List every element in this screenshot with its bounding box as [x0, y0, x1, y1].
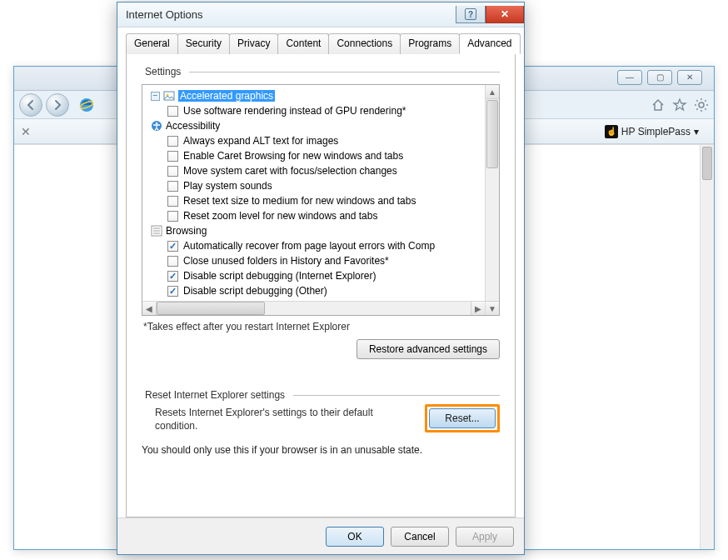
- dialog-footer: OK Cancel Apply: [117, 518, 524, 554]
- forward-button[interactable]: [46, 93, 69, 117]
- gear-icon[interactable]: [694, 98, 709, 112]
- svg-line-10: [705, 100, 706, 101]
- category-label: Accelerated graphics: [178, 88, 275, 103]
- tree-item-label: Disable script debugging (Other): [183, 283, 327, 298]
- category-icon: [151, 120, 162, 132]
- checkbox[interactable]: [167, 151, 178, 162]
- checkbox[interactable]: [167, 136, 178, 147]
- simplepass-label: HP SimplePass: [621, 126, 691, 138]
- tree-item-label: Always expand ALT text for images: [183, 133, 338, 148]
- tree-item-label: Reset zoom level for new windows and tab…: [183, 208, 377, 223]
- internet-options-dialog: Internet Options ? ✕ GeneralSecurityPriv…: [117, 2, 525, 555]
- tree-item-label: Reset text size to medium for new window…: [183, 193, 416, 208]
- tree-item-label: Enable Caret Browsing for new windows an…: [183, 148, 403, 163]
- tree-item[interactable]: Always expand ALT text for images: [147, 133, 485, 148]
- reset-fieldset: Reset Internet Explorer settings Resets …: [142, 389, 500, 456]
- simplepass-toolbar[interactable]: ☝ HP SimplePass ▾: [598, 122, 706, 141]
- checkbox[interactable]: [167, 196, 178, 207]
- simplepass-icon: ☝: [605, 125, 618, 138]
- tree-horizontal-scrollbar[interactable]: ◀ ▶: [142, 301, 485, 315]
- tab-connections[interactable]: Connections: [328, 33, 401, 54]
- checkbox[interactable]: [167, 256, 178, 267]
- ok-button[interactable]: OK: [326, 527, 384, 547]
- svg-point-14: [156, 122, 158, 125]
- checkbox[interactable]: [167, 166, 178, 177]
- tab-programs[interactable]: Programs: [400, 33, 460, 54]
- tree-item[interactable]: Disable script debugging (Internet Explo…: [147, 268, 485, 283]
- tree-vscroll-thumb[interactable]: [486, 100, 498, 168]
- tree-hscroll-thumb[interactable]: [157, 302, 265, 315]
- chevron-down-icon: ▾: [694, 126, 699, 138]
- tree-item-label: Move system caret with focus/selection c…: [183, 163, 397, 178]
- cancel-button[interactable]: Cancel: [391, 527, 449, 547]
- tree-item[interactable]: Close unused folders in History and Favo…: [147, 253, 485, 268]
- home-icon[interactable]: [651, 98, 666, 112]
- checkbox[interactable]: [167, 286, 178, 297]
- svg-rect-11: [164, 92, 174, 100]
- ie-logo-icon: [77, 96, 96, 114]
- back-button[interactable]: [19, 93, 42, 117]
- tab-privacy[interactable]: Privacy: [229, 33, 278, 54]
- arrow-left-icon: [25, 99, 37, 111]
- tab-security[interactable]: Security: [177, 33, 230, 54]
- dialog-title: Internet Options: [126, 8, 203, 21]
- checkbox[interactable]: [167, 106, 178, 117]
- checkbox[interactable]: [167, 181, 178, 192]
- tree-item[interactable]: Use software rendering instead of GPU re…: [147, 103, 485, 118]
- browser-scrollbar[interactable]: [700, 145, 714, 549]
- scroll-down-arrow[interactable]: ▼: [486, 301, 499, 315]
- category-label: Browsing: [166, 223, 207, 238]
- dialog-tabs: GeneralSecurityPrivacyContentConnections…: [126, 32, 516, 54]
- tree-category[interactable]: Accessibility: [147, 118, 485, 133]
- svg-point-2: [699, 102, 704, 108]
- reset-warning: You should only use this if your browser…: [142, 444, 500, 456]
- tab-advanced[interactable]: Advanced: [459, 33, 520, 54]
- restore-advanced-settings-button[interactable]: Restore advanced settings: [357, 339, 500, 359]
- minimize-button[interactable]: —: [617, 70, 642, 85]
- tree-item-label: Play system sounds: [183, 178, 272, 193]
- scroll-left-arrow[interactable]: ◀: [142, 302, 157, 315]
- checkbox[interactable]: [167, 211, 178, 222]
- settings-tree: −Accelerated graphicsUse software render…: [142, 84, 500, 316]
- tree-item[interactable]: Automatically recover from page layout e…: [147, 238, 485, 253]
- tab-content[interactable]: Content: [277, 33, 329, 54]
- tree-category[interactable]: Browsing: [147, 223, 485, 238]
- tree-item[interactable]: Reset text size to medium for new window…: [147, 193, 485, 208]
- checkbox[interactable]: [167, 241, 178, 252]
- tree-item-label: Disable script debugging (Internet Explo…: [183, 268, 376, 283]
- svg-line-8: [705, 108, 706, 109]
- close-button[interactable]: ✕: [677, 70, 702, 85]
- tree-item[interactable]: Play system sounds: [147, 178, 485, 193]
- tree-item-label: Close unused folders in History and Favo…: [183, 253, 389, 268]
- tree-item[interactable]: Disable script debugging (Other): [147, 283, 485, 298]
- tab-general[interactable]: General: [126, 33, 178, 54]
- scroll-right-arrow[interactable]: ▶: [471, 302, 485, 315]
- scrollbar-thumb[interactable]: [702, 147, 712, 180]
- settings-label: Settings: [142, 66, 184, 78]
- checkbox[interactable]: [167, 271, 178, 282]
- dialog-close-button[interactable]: ✕: [486, 6, 524, 23]
- reset-section-label: Reset Internet Explorer settings: [142, 389, 288, 401]
- apply-button[interactable]: Apply: [456, 527, 514, 547]
- collapse-icon[interactable]: −: [151, 92, 160, 101]
- tree-vertical-scrollbar[interactable]: ▲ ▼: [485, 85, 499, 315]
- tree-item[interactable]: Move system caret with focus/selection c…: [147, 163, 485, 178]
- tree-item-label: Use software rendering instead of GPU re…: [183, 103, 406, 118]
- category-icon: [163, 90, 175, 102]
- svg-line-9: [696, 108, 697, 109]
- arrow-right-icon: [52, 99, 63, 111]
- favorites-icon[interactable]: [672, 98, 687, 112]
- tree-category[interactable]: −Accelerated graphics: [147, 88, 485, 103]
- tree-item[interactable]: Enable Caret Browsing for new windows an…: [147, 148, 485, 163]
- scroll-up-arrow[interactable]: ▲: [486, 85, 499, 99]
- settings-tree-content[interactable]: −Accelerated graphicsUse software render…: [142, 85, 485, 315]
- tab-close-button[interactable]: ✕: [14, 119, 37, 143]
- reset-button-highlight: Reset...: [425, 404, 500, 432]
- reset-button[interactable]: Reset...: [429, 408, 496, 428]
- dialog-titlebar: Internet Options ? ✕: [117, 2, 524, 28]
- restart-note: *Takes effect after you restart Internet…: [143, 321, 500, 332]
- tree-item[interactable]: Reset zoom level for new windows and tab…: [147, 208, 485, 223]
- help-button[interactable]: ?: [456, 6, 486, 23]
- maximize-button[interactable]: ▢: [647, 70, 672, 85]
- settings-fieldset: Settings −Accelerated graphicsUse softwa…: [142, 66, 500, 372]
